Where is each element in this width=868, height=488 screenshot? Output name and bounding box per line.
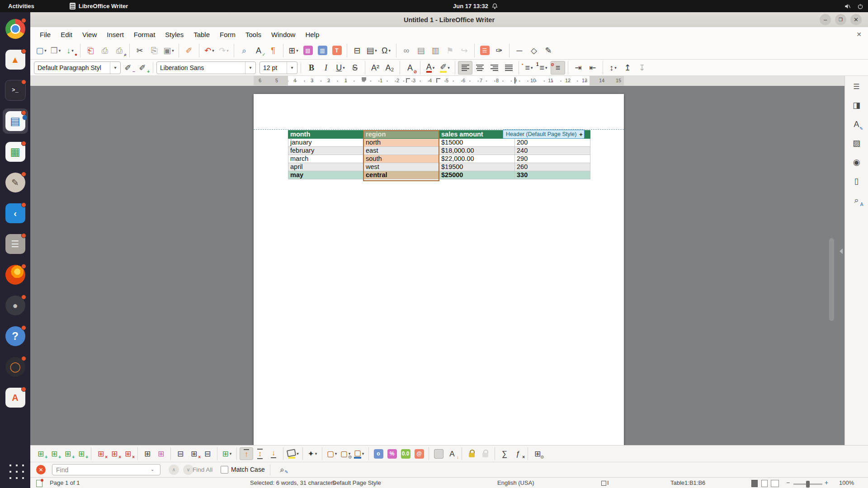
sidebar-menu-button[interactable]: ☰ xyxy=(849,79,864,94)
insert-row-below-button[interactable]: ⊞ + xyxy=(47,447,61,460)
match-case-checkbox[interactable] xyxy=(221,466,228,474)
sidebar-tab-styles[interactable]: A ✎ xyxy=(849,117,864,132)
table-cell[interactable]: february xyxy=(288,147,364,155)
clear-formatting-button[interactable]: A ⊘ xyxy=(403,61,417,75)
bullet-list-button[interactable]: ≡ • ▾ xyxy=(522,61,536,75)
find-replace-button[interactable]: ⌕ xyxy=(237,44,251,57)
sum-button[interactable]: ∑ xyxy=(498,447,511,460)
split-cells-button[interactable]: ⊞ xyxy=(154,447,168,460)
cell-background-button[interactable] xyxy=(432,447,445,460)
special-character-button[interactable]: Ω ▾ xyxy=(379,44,393,57)
formatting-marks-button[interactable]: ¶ xyxy=(266,44,280,57)
language-status[interactable]: English (USA) xyxy=(497,479,534,486)
table-properties-button[interactable]: ⊞ ⚙ xyxy=(531,447,544,460)
insert-image-button[interactable]: ▨ xyxy=(301,44,315,57)
italic-button[interactable]: I xyxy=(319,61,333,75)
dock-chrome[interactable] xyxy=(3,16,28,42)
no-list-button[interactable]: ≡ ⊘ xyxy=(551,61,565,75)
font-name-combobox[interactable]: Liberation Sans ▾ xyxy=(156,61,256,74)
restore-button[interactable]: ❐ xyxy=(835,14,846,25)
find-and-replace-icon[interactable]: ⌕✎ xyxy=(270,465,288,475)
title-bar[interactable]: Untitled 1 - LibreOffice Writer – ❐ ✕ xyxy=(30,12,868,28)
table-cell[interactable]: central xyxy=(364,171,439,179)
cross-reference-button[interactable]: ↪ xyxy=(457,44,472,57)
clone-formatting-button[interactable]: ✐ xyxy=(182,44,196,57)
new-style-button[interactable]: ✐ + xyxy=(135,61,150,75)
sort-button[interactable]: A ↓ xyxy=(445,447,459,460)
align-left-button[interactable] xyxy=(458,61,472,75)
table-cell[interactable]: 240 xyxy=(515,147,590,155)
new-document-button[interactable]: ▢ ▾ xyxy=(34,44,48,57)
table-cell[interactable]: $18,000.00 xyxy=(439,147,515,155)
zoom-in-button[interactable]: + xyxy=(825,479,828,486)
table-cell[interactable]: month xyxy=(288,131,364,139)
spelling-button[interactable]: A ✓ xyxy=(251,44,266,57)
system-tray[interactable] xyxy=(844,0,863,12)
number-format-percent-button[interactable]: % xyxy=(385,447,399,460)
track-changes-button[interactable]: ✑ xyxy=(492,44,506,57)
sidebar-tab-page[interactable]: ▯ xyxy=(849,174,864,189)
activities-button[interactable]: Activities xyxy=(8,3,34,9)
center-vertically-button[interactable]: ↕ xyxy=(253,447,267,460)
number-format-currency-button[interactable]: o xyxy=(372,447,385,460)
merge-cells-button[interactable]: ⊞ xyxy=(141,447,154,460)
undo-button[interactable]: ↶ ▾ xyxy=(202,44,217,57)
optimize-table-button[interactable]: ⊟ xyxy=(201,447,214,460)
border-color-button[interactable]: ▢ ▾ xyxy=(352,447,366,460)
table-cell[interactable]: 260 xyxy=(515,163,590,171)
add-header-icon[interactable]: + xyxy=(579,131,583,138)
align-bottom-button[interactable]: ↓ xyxy=(267,447,280,460)
border-style-button[interactable]: ▢ ⚙ ▾ xyxy=(339,447,352,460)
line-spacing-button[interactable]: ↕ ▾ xyxy=(606,61,620,75)
underline-button[interactable]: U ▾ xyxy=(333,61,348,75)
align-right-button[interactable] xyxy=(487,61,501,75)
delete-table-button[interactable]: ⊞ × xyxy=(121,447,135,460)
paste-button[interactable]: ▣ ▾ xyxy=(161,44,176,57)
single-page-view-icon[interactable] xyxy=(751,480,758,487)
table-cell[interactable]: region xyxy=(364,131,439,139)
close-find-bar-button[interactable]: ✕ xyxy=(36,465,46,474)
menu-view[interactable]: View xyxy=(77,29,102,40)
split-table-button[interactable]: ⊟ xyxy=(174,447,187,460)
sidebar-collapse-handle[interactable] xyxy=(840,249,843,254)
dock-terminal[interactable]: >_ xyxy=(3,78,28,103)
superscript-button[interactable]: A² xyxy=(368,61,382,75)
menu-window[interactable]: Window xyxy=(266,29,300,40)
document-modified-icon[interactable] xyxy=(36,480,42,487)
delete-row-button[interactable]: ⊞ × xyxy=(94,447,108,460)
table-cell[interactable]: $22,000.00 xyxy=(439,155,515,163)
multi-page-view-icon[interactable] xyxy=(761,480,768,487)
decrease-paragraph-spacing-button[interactable]: ↧ xyxy=(635,61,649,75)
sidebar-tab-properties[interactable]: ◨ xyxy=(849,98,864,113)
book-view-icon[interactable] xyxy=(771,480,779,487)
clock[interactable]: Jun 17 13:32 xyxy=(453,0,498,12)
formula-button[interactable]: ƒ × xyxy=(511,447,525,460)
insert-field-button[interactable]: ▤ ▾ xyxy=(364,44,379,57)
table-cell[interactable]: april xyxy=(288,163,364,171)
table-cell[interactable]: $15000 xyxy=(439,139,515,147)
table-cell[interactable]: south xyxy=(364,155,439,163)
paragraph-style-combobox[interactable]: Default Paragraph Styl ▾ xyxy=(34,61,121,74)
table-cell[interactable]: $19500 xyxy=(439,163,515,171)
tab-marker[interactable] xyxy=(436,78,440,83)
table-cell[interactable]: east xyxy=(364,147,439,155)
table-background-color-button[interactable]: ▾ xyxy=(286,447,300,460)
table-cell[interactable]: $25000 xyxy=(439,171,515,179)
menu-format[interactable]: Format xyxy=(129,29,160,40)
open-file-button[interactable]: ❐ ▾ xyxy=(48,44,63,57)
insert-mode-status[interactable]: I xyxy=(601,479,609,486)
sidebar-tab-gallery[interactable]: ▨ xyxy=(849,136,864,151)
draw-functions-button[interactable]: ✎ xyxy=(541,44,556,57)
print-preview-button[interactable]: ⎙ ⌕ xyxy=(112,44,127,57)
page-style-status[interactable]: Default Page Style xyxy=(332,479,381,486)
update-style-button[interactable]: ✐ − xyxy=(121,61,135,75)
redo-button[interactable]: ↷ ▾ xyxy=(217,44,231,57)
endnote-button[interactable]: ▥ xyxy=(428,44,443,57)
number-recognition-button[interactable]: @ xyxy=(412,447,426,460)
find-next-button[interactable]: ∨ xyxy=(183,465,193,475)
table-cell[interactable]: may xyxy=(288,171,364,179)
tab-marker[interactable] xyxy=(406,78,410,83)
dock-app-center[interactable]: A xyxy=(3,385,28,410)
insert-comment-button[interactable]: ☰ xyxy=(477,44,492,57)
numbered-list-button[interactable]: ≡ 1 ▾ xyxy=(536,61,551,75)
